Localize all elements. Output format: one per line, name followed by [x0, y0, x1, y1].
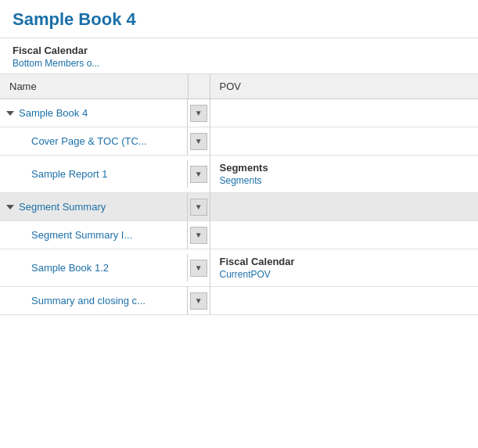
pov-cell: SegmentsSegments: [210, 156, 478, 193]
pov-sub: Segments: [220, 175, 469, 186]
dropdown-button[interactable]: ▼: [190, 133, 207, 150]
item-name[interactable]: Sample Report 1: [31, 168, 108, 180]
item-name[interactable]: Cover Page & TOC (TC...: [31, 135, 147, 147]
pov-cell: [210, 221, 478, 249]
col-header-dropdown: [188, 74, 210, 99]
dropdown-cell: ▼: [188, 221, 210, 249]
book-tree-table: Name POV Sample Book 4▼Cover Page & TOC …: [0, 74, 478, 315]
pov-cell: Fiscal CalendarCurrentPOV: [210, 249, 478, 287]
dropdown-cell: ▼: [188, 193, 210, 221]
dropdown-cell: ▼: [188, 249, 210, 287]
item-name[interactable]: Sample Book 4: [19, 107, 88, 119]
name-cell: Cover Page & TOC (TC...: [0, 127, 188, 156]
dropdown-button[interactable]: ▼: [190, 199, 207, 216]
pov-cell: [210, 127, 478, 156]
dropdown-button[interactable]: ▼: [190, 166, 207, 183]
name-cell: Sample Report 1: [0, 156, 188, 193]
col-header-name: Name: [0, 74, 188, 99]
pov-cell: [210, 99, 478, 127]
item-name[interactable]: Sample Book 1.2: [31, 262, 109, 274]
pov-cell: [210, 193, 478, 221]
dropdown-cell: ▼: [188, 99, 210, 127]
name-cell: Summary and closing c...: [0, 287, 188, 315]
dropdown-button[interactable]: ▼: [190, 227, 207, 244]
table-row: Sample Book 1.2▼Fiscal CalendarCurrentPO…: [0, 249, 478, 287]
dropdown-cell: ▼: [188, 287, 210, 315]
collapse-icon[interactable]: [6, 111, 14, 116]
fiscal-calendar-label: Fiscal Calendar: [13, 45, 465, 56]
table-row: Cover Page & TOC (TC...▼: [0, 127, 478, 156]
name-cell: Sample Book 1.2: [0, 249, 188, 287]
item-name[interactable]: Summary and closing c...: [31, 295, 146, 306]
dropdown-button[interactable]: ▼: [190, 105, 207, 122]
dropdown-button[interactable]: ▼: [190, 260, 207, 277]
fiscal-calendar-header: Fiscal Calendar Bottom Members o...: [0, 38, 478, 74]
table-row: Sample Report 1▼SegmentsSegments: [0, 156, 478, 193]
table-row: Sample Book 4▼: [0, 99, 478, 127]
pov-label: Fiscal Calendar: [220, 256, 469, 267]
name-cell: Segment Summary I...: [0, 221, 188, 249]
dropdown-button[interactable]: ▼: [190, 292, 207, 310]
name-cell: Sample Book 4: [0, 99, 188, 127]
collapse-icon[interactable]: [6, 205, 14, 210]
col-header-pov: POV: [210, 74, 478, 99]
pov-label: Segments: [220, 162, 469, 174]
dropdown-cell: ▼: [188, 127, 210, 156]
pov-sub: CurrentPOV: [220, 269, 469, 280]
table-row: Segment Summary I...▼: [0, 221, 478, 249]
page-title: Sample Book 4: [0, 0, 478, 38]
table-header-row: Name POV: [0, 74, 478, 99]
table-row: Summary and closing c...▼: [0, 287, 478, 315]
item-name[interactable]: Segment Summary I...: [31, 229, 132, 241]
item-name[interactable]: Segment Summary: [19, 201, 106, 213]
table-row: Segment Summary▼: [0, 193, 478, 221]
name-cell: Segment Summary: [0, 193, 188, 221]
pov-cell: [210, 287, 478, 315]
dropdown-cell: ▼: [188, 156, 210, 193]
fiscal-calendar-sub: Bottom Members o...: [13, 58, 465, 69]
